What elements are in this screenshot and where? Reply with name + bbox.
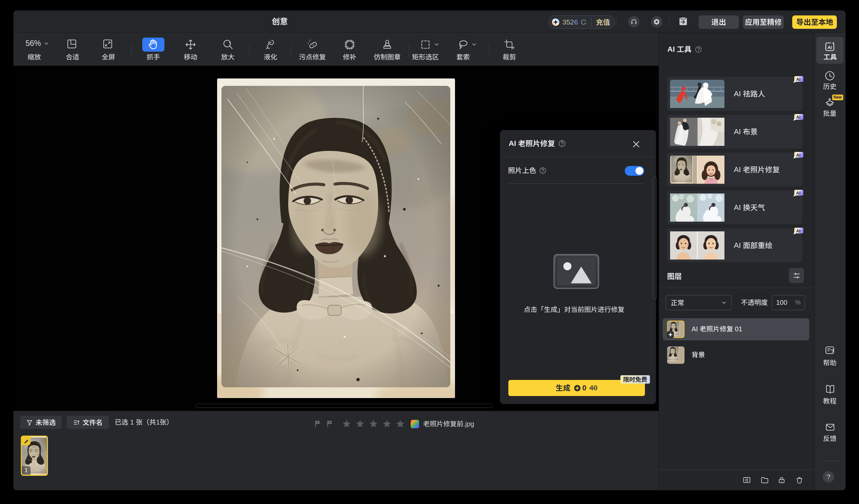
svg-text:Ai: Ai [827,45,832,50]
svg-text:AI: AI [796,115,801,120]
svg-text:AI: AI [796,153,801,158]
svg-text:AI: AI [796,77,801,82]
svg-text:AI: AI [796,229,801,233]
svg-text:AI: AI [796,190,801,195]
